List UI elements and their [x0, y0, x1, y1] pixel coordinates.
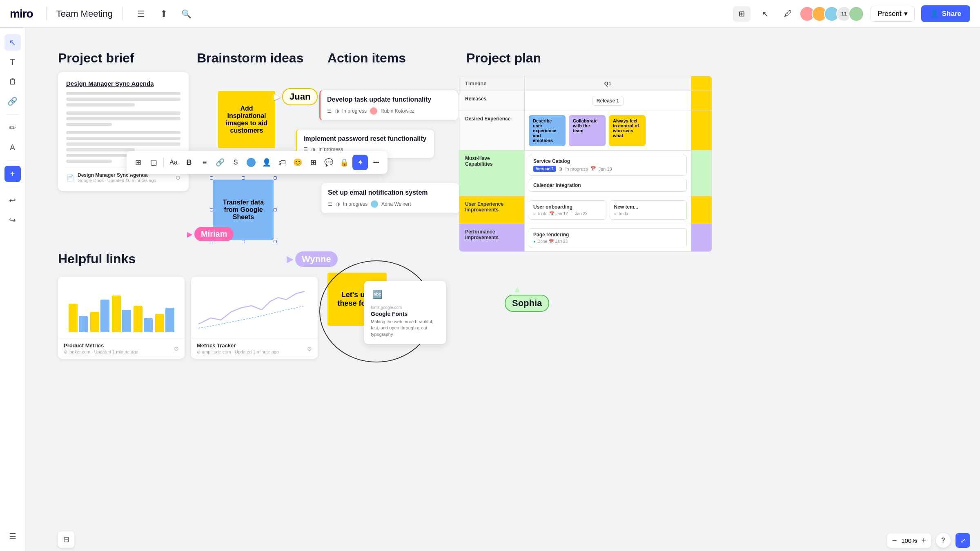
- tb-tag-btn[interactable]: 🏷: [275, 155, 290, 170]
- external-link-icon-1: ⊙: [174, 345, 179, 352]
- doc-meta: Google Docs · Updated 10 minutes ago: [78, 178, 156, 183]
- product-metrics-title: Product Metrics: [64, 342, 138, 349]
- google-fonts-card[interactable]: 🔤 fonts.google.com Google Fonts Making t…: [364, 281, 446, 344]
- action-card-3[interactable]: Set up email notification system ☰ ◑ In …: [321, 183, 460, 214]
- tb-magic-btn[interactable]: ✦: [352, 155, 368, 170]
- calendar-integration-chip[interactable]: Calendar integration: [529, 179, 687, 192]
- perf-label: Performance Improvements: [459, 224, 525, 251]
- cursor-arrow-miriam: ▶: [187, 230, 193, 239]
- text-tool[interactable]: T: [4, 54, 21, 70]
- tb-table-btn[interactable]: ⊞: [306, 155, 321, 170]
- pointer-mode-button[interactable]: 🖊: [780, 6, 796, 22]
- tb-bold-btn[interactable]: B: [182, 155, 196, 170]
- project-plan-section-title: Project plan: [466, 51, 541, 66]
- line-12: [66, 160, 112, 163]
- panel-button[interactable]: ⊟: [58, 531, 74, 548]
- plan-sticky-control[interactable]: Always feel in control of who sees what: [609, 115, 646, 146]
- add-tool[interactable]: +: [4, 166, 21, 182]
- action-card-1[interactable]: Develop task update functionality ☰ ◑ In…: [319, 90, 458, 121]
- bar-2b: [100, 300, 109, 332]
- plan-sticky-collab[interactable]: Collaborate with the team: [569, 115, 606, 146]
- pen-tool[interactable]: ✏: [4, 120, 21, 136]
- zoom-out-button[interactable]: −: [892, 536, 897, 545]
- assignee-name-3: Adria Weinert: [381, 201, 411, 207]
- bar-4b: [144, 318, 153, 332]
- service-catalog-chip[interactable]: Service Catalog Version 1 ◑ In progress …: [529, 155, 687, 176]
- wynne-cursor: ▶ Wynne: [287, 251, 338, 267]
- board-title[interactable]: Team Meeting: [56, 9, 113, 19]
- status-icon-3: ◑: [336, 201, 340, 207]
- metrics-tracker-footer: Metrics Tracker ⊙ amplitude.com · Update…: [191, 338, 318, 359]
- jan23-2-label: Jan 23: [555, 239, 568, 244]
- miriam-label: Miriam: [194, 227, 234, 241]
- brainstorm-sticky[interactable]: Add inspirational images to aid customer…: [218, 91, 275, 148]
- present-button[interactable]: Present ▾: [871, 6, 915, 22]
- tb-frame-btn[interactable]: ▢: [146, 155, 161, 170]
- avatar-5[interactable]: [849, 6, 864, 22]
- grid-view-button[interactable]: ⊞: [733, 6, 751, 22]
- metrics-tracker-card[interactable]: Metrics Tracker ⊙ amplitude.com · Update…: [191, 277, 318, 359]
- metrics-tracker-source: ⊙ amplitude.com · Updated 1 minute ago: [197, 349, 279, 355]
- product-metrics-footer: Product Metrics ⊙ looker.com · Updated 1…: [58, 338, 185, 359]
- jan19-label: Jan 19: [599, 167, 612, 171]
- action-card-2-title: Implement password reset functionality: [303, 135, 428, 142]
- page-rendering-chip[interactable]: Page rendering ● Done 📅 Jan 23: [529, 228, 687, 247]
- select-tool[interactable]: ↖: [4, 34, 21, 51]
- tb-lock-btn[interactable]: 🔒: [337, 155, 352, 170]
- done-icon: ●: [533, 239, 536, 244]
- grid-icon: ⊞: [739, 9, 745, 18]
- highlighter-tool[interactable]: A: [4, 139, 21, 156]
- panel-toggle[interactable]: ☰: [4, 528, 21, 544]
- undo-btn[interactable]: ↩: [4, 192, 21, 209]
- done-label: Done: [537, 239, 547, 244]
- line-10: [66, 148, 135, 151]
- line-8: [66, 137, 180, 140]
- product-metrics-card[interactable]: Product Metrics ⊙ looker.com · Updated 1…: [58, 277, 185, 359]
- expand-button[interactable]: ⤢: [956, 533, 970, 548]
- connector-tool[interactable]: 🔗: [4, 93, 21, 109]
- cursor-mode-button[interactable]: ↖: [757, 6, 773, 22]
- user-onboarding-chip[interactable]: User onboarding ○ To do 📅 Jan 12 — Jan 2…: [529, 200, 606, 220]
- new-template-chip[interactable]: New tem... ○ To do: [610, 200, 687, 220]
- line-3: [66, 103, 135, 107]
- assignee-avatar-3: [371, 200, 378, 208]
- search-button[interactable]: 🔍: [178, 6, 195, 22]
- releases-label: Releases: [459, 91, 525, 111]
- tb-comment-btn[interactable]: 💬: [321, 155, 336, 170]
- doc-title: Design Manager Sync Agenda: [66, 80, 180, 87]
- page-rendering-title: Page rendering: [533, 232, 682, 238]
- tb-layout-btn[interactable]: ⊞: [131, 155, 145, 170]
- product-metrics-chart: [58, 277, 185, 338]
- action-items-section-title: Action items: [327, 51, 406, 66]
- tb-more-btn[interactable]: •••: [369, 155, 383, 170]
- ux-row: User Experience Improvements User onboar…: [459, 196, 712, 224]
- canvas: ⊞ ▢ Aa B ≡ 🔗 S 👤 🏷 😊 ⊞ 💬 🔒 ✦ ••• Project…: [25, 28, 980, 551]
- menu-button[interactable]: ☰: [133, 6, 149, 22]
- helpful-links-title: Helpful links: [58, 251, 136, 267]
- present-label: Present: [878, 10, 902, 18]
- tb-font-btn[interactable]: Aa: [166, 155, 181, 170]
- redo-btn[interactable]: ↪: [4, 212, 21, 228]
- tb-user-btn[interactable]: 👤: [259, 155, 274, 170]
- releases-row: Releases Release 1: [459, 91, 712, 111]
- upload-button[interactable]: ⬆: [156, 6, 172, 22]
- gf-title[interactable]: Google Fonts: [371, 311, 439, 317]
- new-template-title: New tem...: [614, 204, 683, 210]
- help-button[interactable]: ?: [936, 533, 951, 548]
- tb-align-btn[interactable]: ≡: [197, 155, 212, 170]
- todo-icon-2: ○: [614, 211, 617, 216]
- sticky-tool[interactable]: 🗒: [4, 73, 21, 90]
- miriam-cursor: ▶ Miriam: [187, 227, 234, 241]
- avatars-group: 11: [803, 6, 864, 22]
- topbar-divider2: [122, 7, 123, 20]
- must-have-label: Must-Have Capabilities: [459, 151, 525, 196]
- tb-strikethrough-btn[interactable]: S: [228, 155, 243, 170]
- plan-sticky-describe[interactable]: Describe user experience and emotions: [529, 115, 566, 146]
- share-button[interactable]: 👤 Share: [921, 5, 970, 22]
- bottom-bar: ⊟ − 100% + ? ⤢: [25, 530, 980, 551]
- tb-link-btn[interactable]: 🔗: [213, 155, 227, 170]
- tb-color-picker[interactable]: [244, 155, 258, 170]
- zoom-in-button[interactable]: +: [921, 536, 926, 545]
- line-6: [66, 123, 112, 126]
- tb-emoji-btn[interactable]: 😊: [290, 155, 305, 170]
